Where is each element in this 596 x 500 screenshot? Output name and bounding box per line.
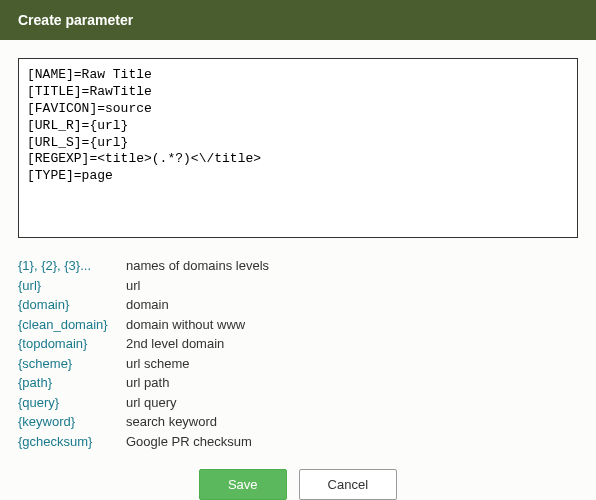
help-row: {query} url query <box>18 393 578 413</box>
help-desc: search keyword <box>126 412 217 432</box>
save-button[interactable]: Save <box>199 469 287 500</box>
help-token: {1}, {2}, {3}... <box>18 256 126 276</box>
token-help-table: {1}, {2}, {3}... names of domains levels… <box>18 256 578 451</box>
help-row: {gchecksum} Google PR checksum <box>18 432 578 452</box>
help-desc: 2nd level domain <box>126 334 224 354</box>
help-desc: url <box>126 276 140 296</box>
parameter-textarea[interactable] <box>18 58 578 238</box>
help-token: {query} <box>18 393 126 413</box>
help-token: {topdomain} <box>18 334 126 354</box>
help-desc: url scheme <box>126 354 190 374</box>
help-row: {keyword} search keyword <box>18 412 578 432</box>
help-token: {path} <box>18 373 126 393</box>
cancel-button[interactable]: Cancel <box>299 469 397 500</box>
help-row: {topdomain} 2nd level domain <box>18 334 578 354</box>
help-desc: url query <box>126 393 177 413</box>
help-token: {url} <box>18 276 126 296</box>
help-desc: Google PR checksum <box>126 432 252 452</box>
dialog-header: Create parameter <box>0 0 596 40</box>
help-desc: domain <box>126 295 169 315</box>
help-token: {keyword} <box>18 412 126 432</box>
help-row: {url} url <box>18 276 578 296</box>
help-row: {domain} domain <box>18 295 578 315</box>
help-token: {scheme} <box>18 354 126 374</box>
dialog-title: Create parameter <box>18 12 133 28</box>
help-token: {clean_domain} <box>18 315 126 335</box>
help-desc: domain without www <box>126 315 245 335</box>
help-row: {clean_domain} domain without www <box>18 315 578 335</box>
help-row: {scheme} url scheme <box>18 354 578 374</box>
help-row: {1}, {2}, {3}... names of domains levels <box>18 256 578 276</box>
help-token: {domain} <box>18 295 126 315</box>
help-row: {path} url path <box>18 373 578 393</box>
help-desc: names of domains levels <box>126 256 269 276</box>
dialog-content: {1}, {2}, {3}... names of domains levels… <box>0 40 596 500</box>
help-token: {gchecksum} <box>18 432 126 452</box>
dialog-buttons: Save Cancel <box>18 469 578 500</box>
help-desc: url path <box>126 373 169 393</box>
